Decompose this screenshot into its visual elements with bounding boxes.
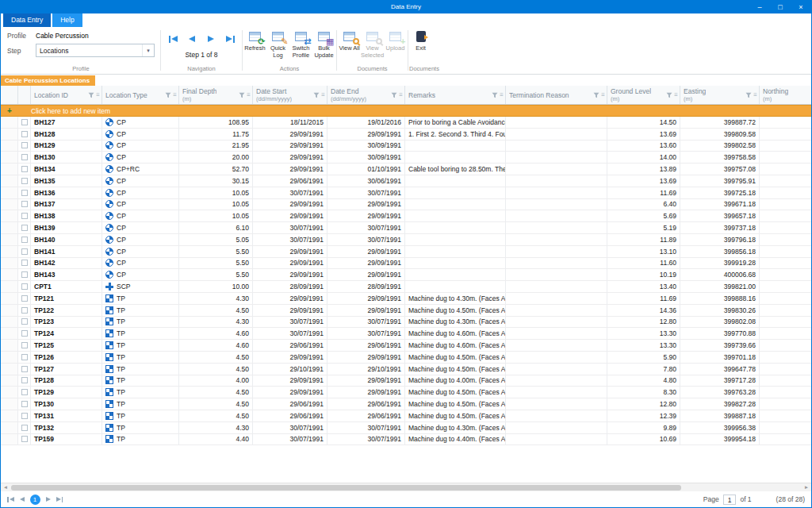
- cell-termination_reason[interactable]: [506, 375, 607, 387]
- cell-date_start[interactable]: 29/09/1991: [253, 293, 327, 304]
- cell-date_start[interactable]: 18/11/2015: [253, 117, 327, 128]
- cell-final_depth[interactable]: 4.00: [179, 375, 253, 387]
- cell-final_depth[interactable]: 108.95: [179, 117, 253, 128]
- cell-date_end[interactable]: 29/09/1991: [327, 352, 405, 363]
- cell-final_depth[interactable]: 5.05: [179, 234, 253, 245]
- cell-date_end[interactable]: 29/09/1991: [327, 258, 405, 269]
- cell-northing[interactable]: [760, 398, 811, 410]
- table-row-bh138[interactable]: BH138CP10.0529/09/199129/09/19915.693996…: [1, 210, 811, 222]
- filter-icon[interactable]: [239, 92, 245, 98]
- filter-icon[interactable]: [666, 92, 672, 98]
- column-menu-icon[interactable]: ≡: [753, 92, 757, 98]
- cell-remarks[interactable]: Machine dug to 4.50m. (Faces A &...: [405, 305, 506, 316]
- cell-northing[interactable]: [760, 281, 811, 292]
- cell-date_end[interactable]: 29/10/1991: [327, 364, 405, 375]
- cell-final_depth[interactable]: 11.75: [179, 129, 253, 140]
- cell-easting[interactable]: 399725.18: [680, 187, 760, 198]
- cell-location_id[interactable]: TP124: [31, 328, 102, 339]
- cell-easting[interactable]: 399739.66: [680, 340, 760, 351]
- cell-easting[interactable]: 399802.08: [680, 317, 760, 328]
- cell-final_depth[interactable]: 10.00: [179, 281, 253, 292]
- horizontal-scrollbar[interactable]: ◄ ►: [1, 483, 811, 491]
- table-row-bh130[interactable]: BH130CP20.0029/09/199130/09/199114.00399…: [1, 152, 811, 164]
- cell-easting[interactable]: 399717.28: [680, 375, 760, 387]
- cell-location_type[interactable]: CP: [102, 187, 179, 198]
- cell-remarks[interactable]: [405, 140, 506, 152]
- cell-ground_level[interactable]: 13.69: [607, 129, 680, 140]
- cell-remarks[interactable]: 1. First 2. Second 3. Third 4. Fourth...: [405, 129, 506, 140]
- cell-easting[interactable]: 399796.18: [680, 234, 760, 245]
- row-checkbox[interactable]: [21, 436, 28, 442]
- cell-remarks[interactable]: [405, 175, 506, 187]
- cell-ground_level[interactable]: 13.30: [607, 328, 680, 339]
- row-checkbox[interactable]: [21, 119, 28, 125]
- cell-location_type[interactable]: SCP: [102, 281, 179, 292]
- cell-location_id[interactable]: BH137: [31, 199, 102, 210]
- column-header-location_id[interactable]: Location ID≡: [31, 86, 102, 104]
- cell-easting[interactable]: 399827.28: [680, 398, 760, 410]
- cell-date_start[interactable]: 30/07/1991: [253, 187, 327, 198]
- cell-location_type[interactable]: CP: [102, 140, 179, 152]
- cell-date_end[interactable]: 29/06/1991: [327, 398, 405, 410]
- table-row-tp128[interactable]: TP128TP4.0029/09/199129/09/1991Machine d…: [1, 375, 811, 387]
- row-checkbox[interactable]: [21, 283, 28, 290]
- cell-easting[interactable]: 399887.18: [680, 410, 760, 421]
- cell-ground_level[interactable]: 14.50: [607, 117, 680, 128]
- bulk-update-button[interactable]: ▦Bulk Update: [312, 29, 335, 59]
- cell-ground_level[interactable]: 10.69: [607, 434, 680, 445]
- cell-final_depth[interactable]: 4.30: [179, 317, 253, 328]
- cell-ground_level[interactable]: 6.40: [607, 199, 680, 210]
- cell-ground_level[interactable]: 11.89: [607, 234, 680, 245]
- cell-termination_reason[interactable]: [506, 269, 607, 280]
- cell-final_depth[interactable]: 52.70: [179, 164, 253, 175]
- cell-location_type[interactable]: CP+RC: [102, 164, 179, 175]
- cell-final_depth[interactable]: 10.05: [179, 210, 253, 221]
- cell-remarks[interactable]: [405, 199, 506, 210]
- column-menu-icon[interactable]: ≡: [601, 92, 605, 98]
- cell-final_depth[interactable]: 4.30: [179, 422, 253, 433]
- cell-remarks[interactable]: Machine dug to 4.50m. (Faces A &...: [405, 387, 506, 398]
- cell-remarks[interactable]: [405, 258, 506, 269]
- cell-remarks[interactable]: Machine dug to 4.30m. (Faces A &...: [405, 293, 506, 304]
- row-checkbox[interactable]: [21, 366, 28, 372]
- cell-remarks[interactable]: Machine dug to 4.40m. (Faces A &...: [405, 434, 506, 445]
- cell-date_end[interactable]: 29/09/1991: [327, 246, 405, 257]
- pager-next-button[interactable]: [46, 497, 51, 502]
- cell-final_depth[interactable]: 5.50: [179, 258, 253, 269]
- cell-easting[interactable]: 399701.18: [680, 352, 760, 363]
- step-combobox[interactable]: Locations ▾: [36, 44, 155, 57]
- cell-date_end[interactable]: 30/07/1991: [327, 317, 405, 328]
- cell-date_start[interactable]: 29/09/1991: [253, 352, 327, 363]
- cell-ground_level[interactable]: 5.19: [607, 222, 680, 233]
- cell-date_end[interactable]: 29/09/1991: [327, 305, 405, 316]
- table-row-bh140[interactable]: BH140CP5.0530/07/199130/07/199111.893997…: [1, 234, 811, 246]
- cell-final_depth[interactable]: 20.00: [179, 152, 253, 163]
- cell-northing[interactable]: [760, 258, 811, 269]
- cell-northing[interactable]: [760, 234, 811, 245]
- cell-easting[interactable]: 399821.00: [680, 281, 760, 292]
- table-row-bh128[interactable]: BH128CP11.7529/09/199129/09/19911. First…: [1, 129, 811, 140]
- cell-final_depth[interactable]: 4.50: [179, 305, 253, 316]
- cell-termination_reason[interactable]: [506, 410, 607, 421]
- cell-location_type[interactable]: TP: [102, 328, 179, 339]
- cell-ground_level[interactable]: 4.80: [607, 375, 680, 387]
- cell-location_type[interactable]: CP: [102, 269, 179, 280]
- column-header-termination_reason[interactable]: Termination Reason≡: [506, 86, 607, 104]
- cell-location_type[interactable]: CP: [102, 117, 179, 128]
- cell-northing[interactable]: [760, 375, 811, 387]
- cell-final_depth[interactable]: 4.40: [179, 434, 253, 445]
- cell-remarks[interactable]: Machine dug to 4.60m. (Faces A &...: [405, 328, 506, 339]
- tab-help[interactable]: Help: [52, 13, 82, 27]
- cell-remarks[interactable]: [405, 234, 506, 245]
- pager-current-page[interactable]: 1: [30, 495, 40, 505]
- table-row-tp132[interactable]: TP132TP4.3030/07/199130/07/1991Machine d…: [1, 422, 811, 434]
- cell-termination_reason[interactable]: [506, 210, 607, 221]
- cell-termination_reason[interactable]: [506, 152, 607, 163]
- switch-profile-button[interactable]: ⇄Switch Profile: [289, 29, 312, 59]
- cell-termination_reason[interactable]: [506, 434, 607, 445]
- cell-date_start[interactable]: 29/09/1991: [253, 246, 327, 257]
- scrollbar-thumb[interactable]: [11, 485, 681, 491]
- cell-location_id[interactable]: TP122: [31, 305, 102, 316]
- cell-remarks[interactable]: Machine dug to 4.50m. (Faces A &...: [405, 364, 506, 375]
- cell-date_end[interactable]: 30/07/1991: [327, 222, 405, 233]
